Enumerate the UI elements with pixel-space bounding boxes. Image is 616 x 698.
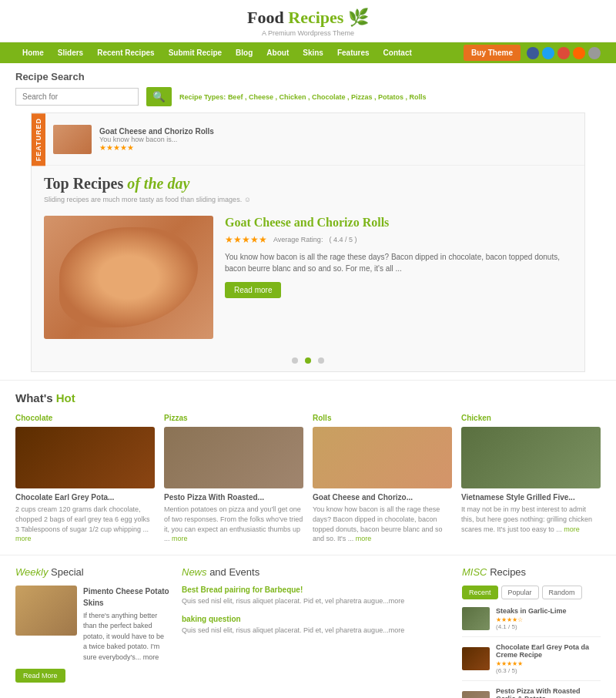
misc-recipe-title-1: Steaks in Garlic-Lime: [496, 607, 567, 615]
whats-hot-section: What's Hot Chocolate Chocolate Earl Grey…: [0, 380, 616, 554]
rating-value: ( 4.4 / 5 ): [329, 236, 357, 243]
dot-1[interactable]: [292, 357, 298, 364]
hot-rolls-image: [313, 427, 452, 488]
hot-chocolate-recipe-title: Chocolate Earl Grey Pota...: [15, 493, 155, 502]
nav-submit-recipe[interactable]: Submit Recipe: [162, 42, 229, 63]
whats-hot-title: What's Hot: [15, 391, 601, 404]
slider-recipe-title: Goat Cheese and Chorizo Rolls: [225, 216, 572, 230]
rating-stars: ★★★★★: [225, 234, 267, 245]
misc-image-3: [462, 691, 490, 698]
dot-3[interactable]: [318, 357, 324, 364]
slider-preview-image: [53, 125, 92, 154]
hot-pizzas-title: Pizzas: [164, 414, 303, 422]
tab-recent[interactable]: Recent: [462, 586, 498, 599]
news-desc-1: Quis sed nisl elit, risus aliquet placer…: [182, 596, 450, 606]
nav-contact[interactable]: Contact: [377, 42, 419, 63]
slider-preview-stars: ★★★★★: [99, 143, 214, 152]
hot-chocolate-more[interactable]: more: [15, 535, 32, 542]
search-button[interactable]: 🔍: [146, 87, 172, 106]
bottom-sections: Weekly Special Pimento Cheese Potato Ski…: [0, 555, 616, 698]
recipe-types-label: Recipe Types:: [179, 93, 226, 101]
nav-recent-recipes[interactable]: Recent Recipes: [90, 42, 161, 63]
slider-image-placeholder: [44, 216, 213, 339]
nav-skins[interactable]: Skins: [296, 42, 330, 63]
facebook-icon[interactable]: [527, 47, 539, 59]
average-rating-label: Average Rating:: [273, 236, 323, 243]
weekly-special-label: Special: [51, 566, 84, 578]
nav-list: Home Sliders Recent Recipes Submit Recip…: [15, 42, 419, 63]
slider-preview-text: Goat Cheese and Chorizo Rolls You know h…: [99, 127, 214, 152]
email-icon[interactable]: [588, 47, 601, 59]
weekly-read-more-button[interactable]: Read More: [15, 669, 65, 683]
featured-badge: FEATURED: [32, 113, 45, 166]
recipe-types-values: Beef , Cheese , Chicken , Chocolate , Pi…: [228, 93, 427, 101]
news-desc-2: Quis sed nisl elit, risus aliquet placer…: [182, 626, 450, 636]
googleplus-icon[interactable]: [557, 47, 570, 59]
misc-rating-1: (4.1 / 5): [496, 623, 567, 630]
hot-rolls-recipe-title: Goat Cheese and Chorizo...: [313, 493, 452, 502]
buy-theme-button[interactable]: Buy Theme: [464, 45, 521, 61]
hot-rolls-title: Rolls: [313, 414, 452, 422]
hot-item-chicken: Chicken Vietnamese Style Grilled Five...…: [461, 414, 601, 543]
misc-em: MISC: [462, 566, 487, 578]
news-item-2: baking question Quis sed nisl elit, risu…: [182, 615, 450, 636]
weekly-text: Pimento Cheese Potato Skins If there's a…: [83, 586, 169, 663]
slider-read-more-button[interactable]: Read more: [225, 282, 281, 298]
twitter-icon[interactable]: [542, 47, 554, 59]
nav-sliders[interactable]: Sliders: [51, 42, 90, 63]
site-tagline: A Premium Wordpress Theme: [0, 29, 616, 37]
hot-chocolate-image: [15, 427, 155, 488]
misc-item-3: Pesto Pizza With Roasted Garlic & Potato…: [462, 687, 601, 698]
misc-item-2: Chocolate Earl Grey Pota da Creme Recipe…: [462, 643, 601, 681]
misc-image-1: [462, 607, 490, 630]
rss-icon[interactable]: [573, 47, 585, 59]
news-events-section: News and Events Best Bread pairing for B…: [182, 566, 450, 698]
news-item-1: Best Bread pairing for Barbeque! Quis se…: [182, 586, 450, 606]
search-input[interactable]: [15, 88, 139, 106]
misc-image-2: [462, 647, 490, 670]
slider-preview-desc: You know how bacon is...: [99, 136, 214, 143]
nav-home[interactable]: Home: [15, 42, 51, 63]
hot-chicken-image: [461, 427, 601, 488]
slider-subtitle: Sliding recipes are much more tasty as f…: [44, 196, 572, 203]
misc-recipes-section: MISC Recipes Recent Popular Random Steak…: [462, 566, 601, 698]
hot-item-chocolate: Chocolate Chocolate Earl Grey Pota... 2 …: [15, 414, 155, 543]
site-header: Food Recipes 🌿 A Premium Wordpress Theme: [0, 0, 616, 42]
nav-blog[interactable]: Blog: [229, 42, 259, 63]
top-recipes-heading: Top Recipes of the day: [44, 175, 572, 193]
news-title-1[interactable]: Best Bread pairing for Barbeque!: [182, 586, 450, 594]
misc-tabs: Recent Popular Random: [462, 586, 601, 599]
nav-about[interactable]: About: [259, 42, 296, 63]
weekly-image: [15, 586, 77, 636]
weekly-item: Pimento Cheese Potato Skins If there's a…: [15, 586, 169, 663]
top-recipes-em: of the day: [127, 175, 189, 192]
hot-pizzas-recipe-title: Pesto Pizza With Roasted...: [164, 493, 303, 502]
weekly-em: Weekly: [15, 566, 48, 578]
nav-features[interactable]: Features: [330, 42, 377, 63]
hot-chocolate-desc: 2 cups cream 120 grams dark chocolate, c…: [15, 505, 155, 543]
news-title-2[interactable]: baking question: [182, 615, 450, 623]
hot-item-pizzas: Pizzas Pesto Pizza With Roasted... Menti…: [164, 414, 303, 543]
hot-chicken-more[interactable]: more: [564, 525, 580, 533]
hot-chicken-title: Chicken: [461, 414, 601, 422]
hot-pizzas-more[interactable]: more: [172, 535, 188, 542]
search-row: 🔍 Recipe Types: Beef , Cheese , Chicken …: [15, 87, 601, 106]
misc-stars-2: ★★★★★: [496, 660, 601, 667]
whats-hot-grid: Chocolate Chocolate Earl Grey Pota... 2 …: [15, 414, 601, 543]
slider-section: FEATURED Goat Cheese and Chorizo Rolls Y…: [31, 112, 585, 372]
whats-hot-em: Hot: [56, 391, 75, 404]
site-logo: Food Recipes 🌿: [0, 8, 616, 28]
news-em: News: [182, 566, 207, 578]
misc-recipe-title-3: Pesto Pizza With Roasted Garlic & Potato: [496, 687, 601, 698]
slider-dots: [32, 350, 584, 371]
hot-pizzas-image: [164, 427, 303, 488]
hot-rolls-desc: You know how bacon is all the rage these…: [313, 505, 452, 543]
news-normal: and Events: [209, 566, 259, 578]
dot-2[interactable]: [305, 357, 311, 364]
tab-random[interactable]: Random: [542, 586, 582, 599]
hot-rolls-more[interactable]: more: [356, 535, 372, 542]
slider-main: Goat Cheese and Chorizo Rolls ★★★★★ Aver…: [32, 208, 584, 350]
misc-normal: Recipes: [490, 566, 526, 578]
tab-popular[interactable]: Popular: [501, 586, 539, 599]
hot-chocolate-title: Chocolate: [15, 414, 155, 422]
